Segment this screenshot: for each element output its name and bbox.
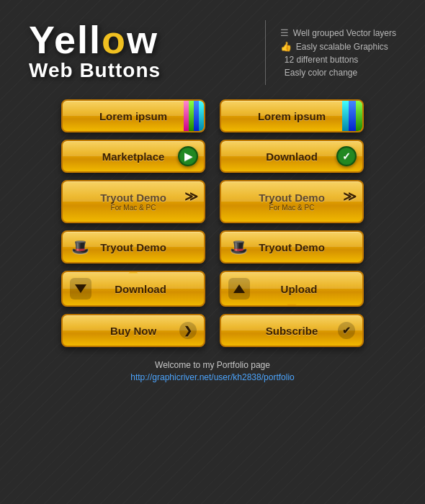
thumbsup-icon: 👍 <box>280 41 292 52</box>
upload-label: Upload <box>281 283 318 295</box>
marketplace-label: Marketplace <box>102 150 165 163</box>
hat-icon-right: 🎩 <box>230 238 248 256</box>
upload-arrow-icon <box>233 284 245 293</box>
subscribe-check-icon: ✔ <box>338 322 355 339</box>
download-check-icon: ✓ <box>336 146 357 166</box>
button-row-4: 🎩 Tryout Demo 🎩 Tryout Demo <box>43 230 382 264</box>
header: Yellow Web Buttons ☰ Well grouped Vector… <box>0 0 425 92</box>
header-divider <box>265 20 266 85</box>
feature-3: 12 different buttons <box>280 55 396 65</box>
feature-1-text: Well grouped Vector layers <box>293 28 396 38</box>
button-row-3: Tryout Demo For Mac & PC ≫ Tryout Demo F… <box>43 180 382 223</box>
stripe-pink <box>184 101 189 131</box>
footer-text: Welcome to my Portfolio page <box>0 360 425 370</box>
subscribe-button[interactable]: Subscribe ✔ <box>220 314 364 347</box>
tryout-demo-sublabel-left: For Mac & PC <box>111 204 156 212</box>
buy-now-arrow-icon: ❯ <box>179 322 197 339</box>
tryout-demo-button-right[interactable]: Tryout Demo For Mac & PC ≫ <box>220 180 364 223</box>
stripe-green <box>189 101 194 131</box>
title-section: Yellow Web Buttons <box>29 20 251 82</box>
app-title: Yellow <box>29 20 251 59</box>
tryout-hat-button-right[interactable]: 🎩 Tryout Demo <box>220 230 364 264</box>
download-arrow-icon <box>75 284 86 293</box>
stripes-left <box>184 101 204 131</box>
download-main-button[interactable]: Download <box>61 271 205 307</box>
cowboy-hat-icon-right: 🎩 <box>230 238 248 256</box>
buttons-section: Lorem ipsum Lorem ipsum Marketplace ▶ Do… <box>0 92 425 354</box>
feature-1: ☰ Well grouped Vector layers <box>280 27 396 38</box>
tryout-demo-label-left: Tryout Demo <box>100 192 166 204</box>
marketplace-arrow-icon: ▶ <box>178 146 198 166</box>
feature-3-text: 12 different buttons <box>285 55 359 65</box>
cowboy-hat-icon-left: 🎩 <box>71 238 89 256</box>
buy-now-button[interactable]: Buy Now ❯ <box>61 314 205 347</box>
buy-now-label: Buy Now <box>110 325 156 337</box>
stripe-blue-r <box>349 101 355 131</box>
download-icon-wrap <box>70 278 91 300</box>
button-row-2: Marketplace ▶ Downlaod ✓ <box>43 140 382 173</box>
feature-4-text: Easly color change <box>285 68 357 78</box>
lorem-ipsum-label-right: Lorem ipsum <box>258 110 326 122</box>
stripe-blue <box>194 101 199 131</box>
chevron-double-down-left: ≫ <box>184 189 198 204</box>
lorem-ipsum-label-left: Lorem ipsum <box>99 110 167 122</box>
tryout-hat-label-right: Tryout Demo <box>259 241 325 253</box>
layers-icon: ☰ <box>280 27 289 38</box>
button-row-1: Lorem ipsum Lorem ipsum <box>43 99 382 132</box>
lorem-ipsum-button-left[interactable]: Lorem ipsum <box>61 99 205 132</box>
hat-icon-left: 🎩 <box>71 238 89 256</box>
tryout-demo-button-left[interactable]: Tryout Demo For Mac & PC ≫ <box>61 180 205 223</box>
upload-button[interactable]: Upload <box>220 271 364 307</box>
upload-icon-wrap <box>228 278 250 300</box>
stripes-right <box>342 101 362 131</box>
stripe-cyan <box>199 101 204 131</box>
download-notch-top <box>128 271 138 274</box>
button-row-6: Buy Now ❯ Subscribe ✔ <box>43 314 382 347</box>
o-letter: o <box>102 18 127 61</box>
download-button-top[interactable]: Downlaod ✓ <box>220 140 364 173</box>
upload-notch-bottom <box>287 304 297 307</box>
app-subtitle: Web Buttons <box>29 59 251 82</box>
download-label-top: Downlaod <box>266 150 318 163</box>
button-row-5: Download Upload <box>43 271 382 307</box>
portfolio-link[interactable]: http://graphicriver.net/user/kh2838/port… <box>130 372 294 382</box>
feature-4: Easly color change <box>280 68 396 78</box>
stripe-green-r <box>356 101 362 131</box>
lorem-ipsum-button-right[interactable]: Lorem ipsum <box>220 99 364 132</box>
tryout-hat-button-left[interactable]: 🎩 Tryout Demo <box>61 230 205 264</box>
subscribe-label: Subscribe <box>266 325 318 337</box>
feature-2-text: Easly scalable Graphics <box>296 42 388 52</box>
tryout-hat-label-left: Tryout Demo <box>100 241 166 253</box>
footer: Welcome to my Portfolio page http://grap… <box>0 360 425 383</box>
chevron-double-down-right: ≫ <box>343 189 357 204</box>
download-main-label: Download <box>115 283 166 295</box>
tryout-demo-label-right: Tryout Demo <box>259 192 325 204</box>
stripe-cyan-r <box>342 101 349 131</box>
feature-2: 👍 Easly scalable Graphics <box>280 41 396 52</box>
tryout-demo-sublabel-right: For Mac & PC <box>269 204 315 212</box>
marketplace-button[interactable]: Marketplace ▶ <box>61 140 205 173</box>
features-list: ☰ Well grouped Vector layers 👍 Easly sca… <box>280 20 396 78</box>
